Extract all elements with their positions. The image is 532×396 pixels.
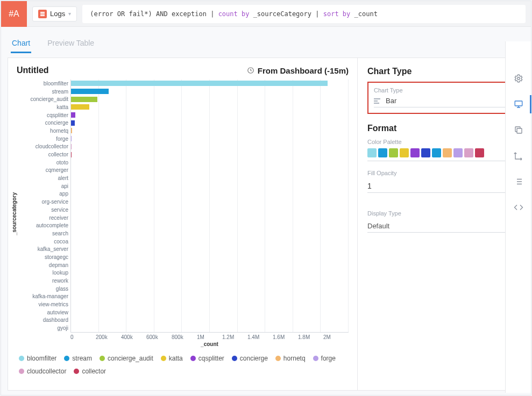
- axes-icon[interactable]: [512, 149, 526, 163]
- chart-legend: bloomfilterstreamconcierge_auditkattacqs…: [19, 355, 349, 375]
- svg-point-7: [517, 77, 520, 80]
- bar[interactable]: [71, 112, 75, 118]
- view-tabs: Chart Preview Table: [1, 34, 531, 53]
- format-heading: Format: [367, 124, 514, 133]
- y-tick-label: receiver: [17, 214, 70, 222]
- chart-type-select[interactable]: Bar ▾: [374, 97, 508, 107]
- legend-item[interactable]: cloudcollector: [19, 368, 66, 375]
- x-tick-label: 0: [70, 333, 96, 340]
- chevron-down-icon: ▾: [68, 11, 71, 17]
- bar[interactable]: [71, 128, 72, 133]
- y-tick-label: hornetq: [17, 127, 70, 135]
- y-tick-label: dashboard: [17, 316, 70, 325]
- x-axis-labels: 0200k400k600k800k1M1.2M1.4M1.6M1.8M2M: [70, 332, 349, 340]
- y-tick-label: katta: [17, 103, 70, 111]
- x-tick-label: 400k: [121, 333, 146, 340]
- y-tick-label: depman: [17, 261, 70, 269]
- time-range[interactable]: From Dashboard (-15m): [247, 66, 349, 75]
- top-bar: #A Logs ▾ (error OR fail*) AND exception…: [1, 1, 531, 27]
- legend-item[interactable]: concierge_audit: [100, 355, 153, 362]
- legend-item[interactable]: bloomfilter: [19, 355, 56, 362]
- bar[interactable]: [71, 144, 72, 149]
- color-palette-select[interactable]: ▾: [367, 148, 514, 161]
- legend-item[interactable]: forge: [313, 355, 336, 362]
- chart-type-section: Chart Type Bar ▾: [367, 82, 514, 114]
- y-tick-label: stream: [17, 88, 70, 96]
- palette-swatch: [378, 148, 387, 157]
- y-tick-label: collector: [17, 150, 70, 159]
- y-tick-label: concierge: [17, 119, 70, 127]
- x-tick-label: 200k: [96, 333, 121, 340]
- bar[interactable]: [71, 97, 97, 102]
- bar-chart-icon: [374, 98, 381, 104]
- svg-rect-0: [40, 12, 45, 13]
- list-icon[interactable]: [512, 175, 526, 189]
- opacity-label: Fill Opacity: [367, 170, 514, 176]
- tab-chart[interactable]: Chart: [11, 34, 31, 53]
- legend-item[interactable]: concierge: [232, 355, 268, 362]
- clock-icon: [247, 67, 254, 74]
- y-tick-label: kafka_server: [17, 245, 70, 253]
- bar[interactable]: [71, 136, 72, 141]
- y-tick-label: org-service: [17, 198, 70, 206]
- y-tick-label: concierge_audit: [17, 95, 70, 103]
- y-tick-label: storagegc: [17, 253, 70, 261]
- y-tick-label: forge: [17, 135, 70, 143]
- display-icon[interactable]: [512, 97, 526, 111]
- bar[interactable]: [71, 104, 89, 110]
- y-tick-label: rework: [17, 277, 70, 285]
- bar[interactable]: [71, 152, 72, 157]
- y-tick-label: search: [17, 229, 70, 237]
- code-icon[interactable]: [512, 200, 526, 214]
- palette-label: Color Palette: [367, 139, 514, 145]
- x-tick-label: 800k: [172, 333, 197, 340]
- y-tick-label: alert: [17, 174, 70, 182]
- legend-item[interactable]: cqsplitter: [190, 355, 224, 362]
- y-tick-label: lookup: [17, 269, 70, 277]
- bar[interactable]: [71, 89, 109, 94]
- svg-rect-6: [374, 103, 379, 104]
- chart-pane: Untitled From Dashboard (-15m) _sourceca…: [8, 58, 357, 390]
- logs-icon: [38, 10, 47, 18]
- legend-item[interactable]: katta: [161, 355, 183, 362]
- chart-type-label: Chart Type: [374, 87, 508, 93]
- legend-item[interactable]: hornetq: [275, 355, 306, 362]
- copy-icon[interactable]: [512, 123, 526, 137]
- right-rail: [505, 41, 531, 393]
- y-tick-label: service: [17, 206, 70, 214]
- y-tick-label: app: [17, 190, 70, 198]
- settings-gear-icon[interactable]: [512, 71, 526, 85]
- source-label: Logs: [50, 10, 65, 18]
- y-axis-labels: bloomfilterstreamconcierge_auditkattacqs…: [17, 80, 70, 332]
- legend-item[interactable]: collector: [74, 368, 106, 375]
- display-type-select[interactable]: Default ▾: [367, 220, 514, 233]
- opacity-input[interactable]: [367, 179, 514, 193]
- y-tick-label: kafka-manager: [17, 293, 70, 301]
- palette-swatch: [464, 148, 473, 157]
- chart-type-heading: Chart Type: [367, 67, 514, 76]
- palette-swatch: [475, 148, 484, 157]
- chart-title[interactable]: Untitled: [17, 66, 49, 75]
- palette-swatch: [443, 148, 452, 157]
- bar[interactable]: [71, 81, 328, 86]
- palette-swatch: [432, 148, 441, 157]
- bar[interactable]: [71, 120, 75, 126]
- x-tick-label: 600k: [146, 333, 172, 340]
- tab-preview-table[interactable]: Preview Table: [46, 34, 95, 53]
- settings-panel: Chart Type Chart Type Bar ▾ Format Color…: [357, 58, 524, 390]
- y-tick-label: cocoa: [17, 237, 70, 246]
- y-tick-label: api: [17, 182, 70, 190]
- main-panel: Untitled From Dashboard (-15m) _sourceca…: [8, 57, 524, 391]
- x-axis-title: _count: [70, 341, 349, 347]
- palette-swatch: [410, 148, 420, 157]
- x-tick-label: 1.2M: [222, 333, 247, 340]
- y-tick-label: gyoji: [17, 324, 70, 332]
- source-selector[interactable]: Logs ▾: [32, 6, 77, 21]
- legend-item[interactable]: stream: [64, 355, 92, 362]
- y-tick-label: cqmerger: [17, 167, 70, 175]
- query-input[interactable]: (error OR fail*) AND exception | count b…: [82, 5, 526, 23]
- plot-area: [70, 80, 349, 332]
- svg-rect-9: [517, 128, 522, 133]
- x-tick-label: 1.8M: [298, 333, 323, 340]
- y-tick-label: autoview: [17, 308, 70, 316]
